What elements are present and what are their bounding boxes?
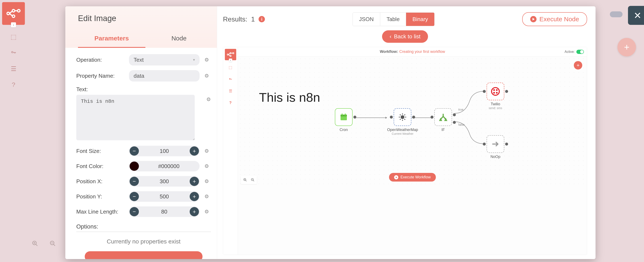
gear-icon[interactable]: ⚙: [202, 178, 211, 184]
sidebar-expand-icon[interactable]: ›: [11, 22, 16, 27]
output-dot[interactable]: [505, 90, 508, 93]
decrement-button[interactable]: −: [130, 177, 139, 186]
svg-point-13: [230, 55, 231, 57]
input-dot[interactable]: [430, 116, 434, 119]
edge-false-label: false: [458, 123, 465, 126]
color-swatch[interactable]: [130, 162, 139, 171]
gear-icon[interactable]: ⚙: [202, 73, 211, 79]
view-json-button[interactable]: JSON: [353, 13, 380, 26]
canvas-add-button[interactable]: +: [574, 61, 582, 69]
help-icon[interactable]: ?: [9, 80, 18, 89]
active-toggle[interactable]: [576, 50, 584, 54]
tab-parameters[interactable]: Parameters: [78, 30, 146, 48]
max-line-value[interactable]: 80: [140, 209, 189, 215]
output-false-dot[interactable]: [453, 121, 456, 124]
play-icon: [530, 16, 536, 22]
svg-point-14: [232, 52, 234, 54]
zoom-out-icon[interactable]: [48, 239, 57, 248]
gear-icon[interactable]: ⚙: [202, 163, 211, 169]
node-edit-modal: Edit Image Parameters Node Operation: Te…: [65, 6, 596, 259]
credentials-icon[interactable]: [9, 48, 18, 57]
gear-icon[interactable]: ⚙: [206, 96, 211, 102]
back-to-list-button[interactable]: ‹ Back to list: [382, 30, 428, 43]
font-size-value[interactable]: 100: [140, 148, 189, 154]
execute-workflow-button[interactable]: Execute Workflow: [389, 173, 436, 182]
zoom-in-icon[interactable]: [30, 239, 40, 248]
decrement-button[interactable]: −: [130, 146, 139, 156]
panel-tabs: Parameters Node: [78, 30, 213, 48]
font-color-picker[interactable]: #000000: [129, 161, 200, 171]
node-if-label: IF: [442, 128, 445, 132]
decrement-button[interactable]: −: [130, 192, 139, 201]
chevron-left-icon: ‹: [390, 33, 392, 40]
node-owm-label: OpenWeatherMap: [387, 128, 418, 132]
output-dot[interactable]: [412, 116, 415, 119]
panel-header: Edit Image Parameters Node: [65, 6, 217, 48]
operation-value: Text: [134, 57, 144, 63]
svg-line-24: [400, 115, 401, 115]
operation-label: Operation:: [76, 57, 129, 63]
text-textarea[interactable]: [76, 95, 195, 140]
info-icon[interactable]: i: [258, 16, 265, 22]
canvas-zoom-out-icon[interactable]: [250, 177, 256, 183]
pv-executions-icon[interactable]: ☰: [228, 88, 234, 94]
decrement-button[interactable]: −: [130, 207, 139, 216]
svg-point-0: [7, 12, 10, 15]
increment-button[interactable]: +: [190, 146, 199, 156]
bg-toggle[interactable]: [610, 11, 622, 17]
view-table-button[interactable]: Table: [380, 13, 406, 26]
pv-help-icon[interactable]: ?: [228, 100, 234, 106]
operation-dropdown[interactable]: Text ▾: [129, 54, 200, 65]
workflows-icon[interactable]: ⬚: [9, 32, 18, 41]
preview-sidebar: › ⬚ ☰ ?: [223, 47, 238, 255]
input-dot[interactable]: [390, 116, 393, 119]
node-if[interactable]: IF: [434, 108, 452, 132]
node-box: [394, 108, 411, 126]
gear-icon[interactable]: ⚙: [202, 57, 211, 63]
add-option-button[interactable]: [85, 251, 202, 259]
node-openweathermap[interactable]: OpenWeatherMap Current Weather: [387, 108, 418, 135]
node-box: [434, 108, 452, 126]
svg-point-2: [12, 15, 15, 17]
increment-button[interactable]: +: [190, 207, 199, 216]
view-toggle: JSON Table Binary: [352, 12, 434, 26]
svg-point-30: [492, 88, 500, 95]
preview-logo[interactable]: ›: [225, 49, 236, 60]
node-noop[interactable]: NoOp: [486, 135, 504, 159]
input-dot[interactable]: [483, 90, 486, 93]
app-logo[interactable]: ›: [2, 2, 25, 25]
executions-icon[interactable]: ☰: [9, 64, 18, 73]
increment-button[interactable]: +: [190, 177, 199, 186]
canvas-zoom-in-icon[interactable]: [242, 177, 248, 183]
add-node-fab[interactable]: +: [618, 38, 636, 56]
gear-icon[interactable]: ⚙: [202, 194, 211, 200]
node-twilio[interactable]: Twilio send: sms: [486, 83, 504, 110]
max-line-label: Max Line Length:: [76, 209, 129, 215]
svg-point-12: [230, 52, 231, 54]
output-dot[interactable]: [354, 116, 356, 119]
gear-icon[interactable]: ⚙: [202, 148, 211, 154]
tab-node[interactable]: Node: [146, 30, 213, 48]
preview-container: › ⬚ ☰ ? Workflow: Creating your first wo…: [223, 47, 587, 255]
close-button[interactable]: ✕: [628, 6, 644, 25]
execute-node-button[interactable]: Execute Node: [522, 12, 587, 26]
view-binary-button[interactable]: Binary: [406, 13, 434, 26]
workflow-label: Workflow:: [380, 49, 398, 54]
edge: [356, 118, 386, 118]
output-dot[interactable]: [505, 143, 508, 146]
gear-icon[interactable]: ⚙: [202, 209, 211, 215]
pv-workflows-icon[interactable]: ⬚: [228, 64, 234, 70]
workflow-name[interactable]: Creating your first workflow: [399, 49, 445, 54]
node-cron[interactable]: Cron: [335, 108, 352, 132]
svg-point-3: [18, 9, 20, 12]
input-dot[interactable]: [483, 143, 486, 146]
property-name-input[interactable]: [129, 70, 200, 81]
position-x-value[interactable]: 300: [140, 178, 189, 185]
svg-point-32: [496, 89, 498, 91]
position-y-value[interactable]: 500: [140, 193, 189, 200]
workflow-canvas[interactable]: + This is n8n true false: [238, 56, 587, 187]
increment-button[interactable]: +: [190, 192, 199, 201]
svg-line-25: [404, 119, 405, 120]
chevron-right-icon[interactable]: ›: [229, 58, 232, 62]
pv-credentials-icon[interactable]: [228, 76, 234, 82]
